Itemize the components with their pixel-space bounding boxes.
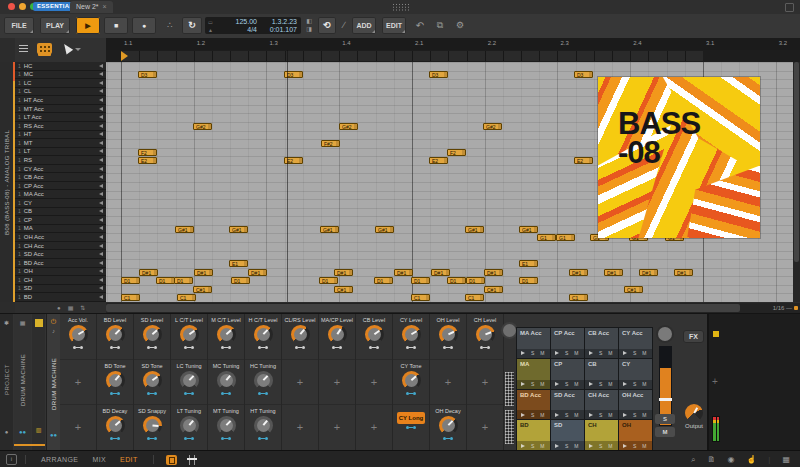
note-d1[interactable]: D1 xyxy=(519,277,538,284)
pad-solo-button[interactable]: S xyxy=(633,381,636,387)
note-d1[interactable]: D1 xyxy=(374,277,393,284)
pad-mute-button[interactable]: M xyxy=(574,412,578,418)
transport-display[interactable]: ▭ ▲ 125.00 4/4 1.3.2.23 0:01.107 xyxy=(205,17,301,34)
pad-cp[interactable]: CPSM xyxy=(551,359,584,389)
pad-ma[interactable]: MASM xyxy=(517,359,550,389)
ruler-label[interactable]: 3.2 xyxy=(779,40,787,46)
pad-solo-button[interactable]: S xyxy=(531,412,534,418)
pad-play-icon[interactable] xyxy=(589,413,593,417)
pad-play-icon[interactable] xyxy=(521,413,525,417)
pad-mute-button[interactable]: M xyxy=(608,443,612,449)
note-ds1[interactable]: D#1 xyxy=(334,269,353,276)
pad-solo-button[interactable]: S xyxy=(565,443,568,449)
note-cs1[interactable]: C#1 xyxy=(484,286,503,293)
pad-play-icon[interactable] xyxy=(623,444,627,448)
lane-list-icon[interactable] xyxy=(19,45,28,52)
file-menu-button[interactable]: FILE xyxy=(4,17,34,34)
drum-lane-sd[interactable]: 1SD xyxy=(15,285,106,294)
note-e2[interactable]: E2 xyxy=(429,157,448,164)
copy-icon[interactable]: ⧉ xyxy=(432,17,448,34)
note-gs1[interactable]: G#1 xyxy=(465,226,484,233)
pad-mute-button[interactable]: M xyxy=(540,350,544,356)
note-d1[interactable]: D1 xyxy=(411,277,430,284)
settings-gear-icon[interactable]: ⚙ xyxy=(452,17,468,34)
lane-speaker-icon[interactable] xyxy=(99,115,103,119)
clip-launcher-icon[interactable] xyxy=(166,455,177,465)
pad-mute-button[interactable]: M xyxy=(642,412,646,418)
note-e1[interactable]: E1 xyxy=(519,260,538,267)
lane-speaker-icon[interactable] xyxy=(99,98,103,102)
pad-play-icon[interactable] xyxy=(589,444,593,448)
pad-cb-acc[interactable]: CB AccSM xyxy=(585,328,618,358)
note-ds1[interactable]: D#1 xyxy=(674,269,693,276)
note-gs2[interactable]: G#2 xyxy=(483,123,502,130)
knob-mc-tuning[interactable] xyxy=(217,371,236,390)
device-power-icon[interactable]: ⏻ xyxy=(47,318,60,326)
device-panel-tab[interactable]: ▦ DRUM MACHINE ●● xyxy=(14,314,31,451)
drum-lane-cl[interactable]: 1CL xyxy=(15,88,106,97)
lane-speaker-icon[interactable] xyxy=(99,226,103,230)
drum-lane-bd[interactable]: 1BD xyxy=(15,293,106,302)
ruler-label[interactable]: 2.1 xyxy=(415,40,423,46)
play-start-marker-icon[interactable] xyxy=(121,51,128,61)
grid-resolution-value[interactable]: 1/16 — xyxy=(773,304,792,312)
drum-lane-rs[interactable]: 1RS xyxy=(15,156,106,165)
info-icon[interactable]: i xyxy=(6,454,17,465)
note-g1[interactable]: G1 xyxy=(537,234,556,241)
lane-speaker-icon[interactable] xyxy=(99,184,103,188)
pad-solo-button[interactable]: S xyxy=(531,350,534,356)
note-ds1[interactable]: D#1 xyxy=(194,269,213,276)
drum-lane-lt-acc[interactable]: 1LT Acc xyxy=(15,113,106,122)
drum-lane-ht-acc[interactable]: 1HT Acc xyxy=(15,96,106,105)
pad-bd-acc[interactable]: BD AccSM xyxy=(517,390,550,420)
knob-cb-level[interactable] xyxy=(365,325,384,344)
ruler-label[interactable]: 1.3 xyxy=(269,40,277,46)
drum-lane-hc[interactable]: 1HC xyxy=(15,62,106,71)
pad-sd[interactable]: SDSM xyxy=(551,420,584,450)
drum-lane-cy-acc[interactable]: 1CY Acc xyxy=(15,165,106,174)
note-f2[interactable]: F2 xyxy=(138,149,157,156)
loop-region[interactable] xyxy=(121,51,703,61)
knob-sd-snappy[interactable] xyxy=(143,416,162,435)
note-c1[interactable]: C1 xyxy=(121,294,140,301)
empty-mod-slot[interactable]: + xyxy=(334,360,340,405)
drum-lane-mt-acc[interactable]: 1MT Acc xyxy=(15,105,106,114)
track-column[interactable]: ▥ xyxy=(32,314,45,451)
note-ds1[interactable]: D#1 xyxy=(569,269,588,276)
tool-dropdown-icon[interactable] xyxy=(75,48,81,51)
lane-speaker-icon[interactable] xyxy=(99,141,103,145)
drum-lane-cp[interactable]: 1CP xyxy=(15,216,106,225)
project-tab[interactable]: New 2*× xyxy=(70,1,113,13)
drum-lane-ch-acc[interactable]: 1CH Acc xyxy=(15,242,106,251)
drum-lane-ht[interactable]: 1HT xyxy=(15,131,106,140)
lane-speaker-icon[interactable] xyxy=(99,269,103,273)
lane-speaker-icon[interactable] xyxy=(99,175,103,179)
horizontal-scrollbar[interactable]: 1/16 — xyxy=(106,303,800,313)
note-gs2[interactable]: G#2 xyxy=(339,123,358,130)
note-c1[interactable]: C1 xyxy=(411,294,430,301)
lane-speaker-icon[interactable] xyxy=(99,218,103,222)
drum-lane-oh-acc[interactable]: 1OH Acc xyxy=(15,233,106,242)
vertical-scrollbar-handle[interactable] xyxy=(794,62,799,262)
knob-lt-tuning[interactable] xyxy=(180,416,199,435)
lane-speaker-icon[interactable] xyxy=(99,81,103,85)
knob-bd-decay[interactable] xyxy=(106,416,125,435)
add-device-icon[interactable]: + xyxy=(712,376,718,387)
note-gs1[interactable]: G#1 xyxy=(175,226,194,233)
note-ds1[interactable]: D#1 xyxy=(431,269,450,276)
lane-speaker-icon[interactable] xyxy=(99,295,103,299)
pad-cp-acc[interactable]: CP AccSM xyxy=(551,328,584,358)
horizontal-scrollbar-handle[interactable] xyxy=(106,304,740,312)
view-tab-mix[interactable]: MIX xyxy=(92,456,106,463)
pad-solo-button[interactable]: S xyxy=(633,443,636,449)
record-button[interactable]: ● xyxy=(132,17,156,34)
snap-icon[interactable] xyxy=(794,306,798,310)
drum-lane-oh[interactable]: 1OH xyxy=(15,268,106,277)
track-vertical-label[interactable]: B08 (BASS-08) - ANALOG TRIBAL xyxy=(0,62,13,302)
view-tab-edit[interactable]: EDIT xyxy=(120,456,138,463)
note-d1[interactable]: D1 xyxy=(174,277,193,284)
pad-solo-button[interactable]: S xyxy=(599,412,602,418)
pad-bank-minimap[interactable] xyxy=(505,372,514,406)
drum-lane-ma[interactable]: 1MA xyxy=(15,225,106,234)
knob-lc-tuning[interactable] xyxy=(180,371,199,390)
